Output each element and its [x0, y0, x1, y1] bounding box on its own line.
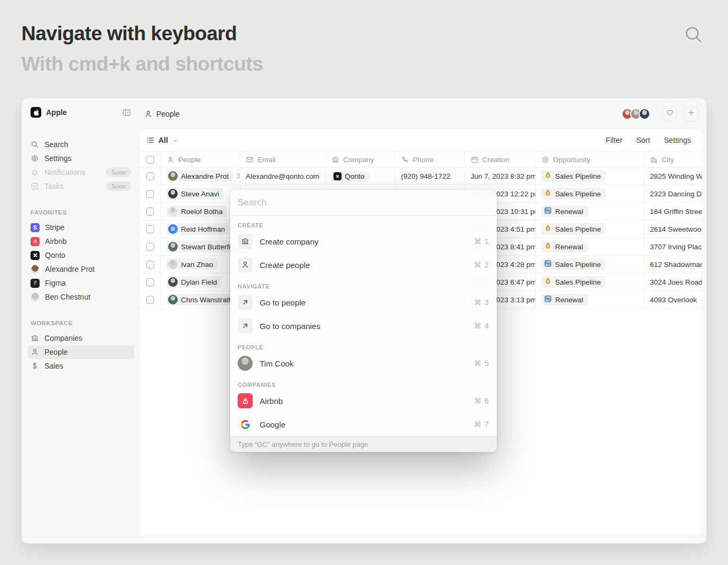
select-all-checkbox[interactable]: [146, 156, 154, 164]
sidebar-item-search[interactable]: Search: [27, 138, 134, 151]
sidebar-item-label: Settings: [44, 154, 131, 163]
cell-creation[interactable]: Jun 7, 2023 8:32 pm: [465, 167, 536, 185]
column-header-city[interactable]: City: [644, 152, 702, 167]
person-name: Ivan Zhao: [181, 261, 213, 269]
cell-opportunity[interactable]: Sales Pipeline: [536, 185, 644, 202]
sidebar-item-label: Sales: [44, 362, 131, 370]
cell-people[interactable]: Dylan Field: [161, 273, 240, 291]
person-pill: Ivan Zhao: [166, 258, 217, 270]
row-checkbox[interactable]: [146, 243, 154, 251]
cell-people[interactable]: Stewart Butterfield: [161, 238, 240, 255]
sidebar-item-people[interactable]: People: [27, 345, 134, 359]
company-pill: Qonto: [331, 171, 369, 181]
qonto-logo: [333, 172, 342, 180]
cell-opportunity[interactable]: Sales Pipeline: [536, 220, 644, 238]
cell-city[interactable]: 2614 Sweetwood: [644, 220, 702, 238]
row-checkbox[interactable]: [146, 208, 154, 216]
cell-people[interactable]: Ivan Zhao: [161, 256, 240, 273]
column-header-creation[interactable]: Creation: [465, 152, 536, 167]
favorite-item-ben-chestnut[interactable]: Ben Chestnut: [27, 290, 134, 304]
cell-people[interactable]: Alexandre Prot3: [161, 167, 240, 185]
cell-people[interactable]: Roelof Botha1: [161, 203, 240, 220]
cell-phone[interactable]: (920) 948-1722: [396, 167, 465, 185]
column-header-email[interactable]: Email: [240, 152, 326, 167]
palette-item-google[interactable]: Google⌘ 7: [230, 413, 497, 436]
palette-search-input[interactable]: [238, 197, 489, 208]
favorite-button[interactable]: [662, 106, 677, 121]
cell-people[interactable]: Chris Wanstrath: [161, 291, 240, 308]
cell-city[interactable]: 4093 Overlook: [644, 291, 702, 308]
cell-email[interactable]: Alexandre@qonto.com: [240, 167, 326, 185]
person-name: Roelof Botha: [181, 208, 223, 216]
column-header-company[interactable]: Company: [326, 152, 396, 167]
cell-city[interactable]: 3024 Joes Road: [644, 273, 702, 291]
topbar-actions: [621, 106, 699, 121]
sidebar-item-companies[interactable]: Companies: [27, 331, 134, 345]
row-checkbox[interactable]: [146, 190, 154, 198]
view-selector[interactable]: All: [146, 136, 179, 144]
palette-item-label: Tim Cook: [260, 359, 474, 368]
favorite-item-airbnb[interactable]: Airbnb: [27, 234, 134, 248]
palette-item-airbnb[interactable]: Airbnb⌘ 6: [230, 389, 497, 413]
company-icon: [331, 156, 339, 164]
airbnb-logo: [31, 237, 40, 246]
settings-button[interactable]: Settings: [664, 136, 691, 144]
cell-people[interactable]: RReid Hoffman: [161, 220, 240, 238]
palette-item-go-to-people[interactable]: Go to people⌘ 3: [230, 291, 497, 314]
column-header-phone[interactable]: Phone: [396, 152, 465, 167]
palette-item-create-people[interactable]: Create people⌘ 2: [230, 253, 497, 277]
person-pill: Roelof Botha: [166, 205, 227, 217]
add-button[interactable]: [684, 106, 699, 121]
company-icon: [31, 334, 39, 342]
avatar: [168, 207, 178, 216]
palette-item-label: Create company: [260, 237, 474, 246]
filter-button[interactable]: Filter: [606, 136, 623, 144]
cell-opportunity[interactable]: Sales Pipeline: [536, 167, 644, 185]
row-checkbox[interactable]: [146, 172, 154, 180]
workspace-switcher[interactable]: Apple: [22, 98, 140, 118]
favorite-item-stripe[interactable]: SStripe: [27, 220, 134, 234]
plus-icon: [687, 109, 695, 119]
palette-item-tim-cook[interactable]: Tim Cook⌘ 5: [230, 352, 497, 375]
cell-people[interactable]: Steve Anavi: [161, 185, 240, 202]
favorite-item-figma[interactable]: Figma: [27, 276, 134, 290]
sidebar-item-settings[interactable]: Settings: [27, 151, 134, 165]
sidebar-collapse-icon[interactable]: [122, 108, 131, 117]
row-checkbox[interactable]: [146, 278, 154, 286]
row-checkbox-cell: [140, 185, 161, 202]
phone-icon: [401, 156, 409, 164]
row-checkbox[interactable]: [146, 261, 154, 269]
cell-city[interactable]: 2825 Winding Way: [644, 167, 702, 185]
column-header-opportunity[interactable]: Opportunity: [536, 152, 644, 167]
row-checkbox[interactable]: [146, 225, 154, 233]
palette-search: [230, 190, 497, 216]
cell-company[interactable]: Qonto: [326, 167, 396, 185]
cell-city[interactable]: 184 Griffin Street: [644, 203, 702, 220]
cell-city[interactable]: 612 Shadowmar: [644, 256, 702, 273]
google-logo: [238, 417, 253, 432]
cell-opportunity[interactable]: Renewal: [536, 238, 644, 255]
cell-opportunity[interactable]: Renewal: [536, 203, 644, 220]
cell-opportunity[interactable]: Renewal: [536, 291, 644, 308]
opportunity-pill: Sales Pipeline: [541, 276, 606, 288]
opportunity-label: Sales Pipeline: [555, 225, 601, 233]
person-pill: Dylan Field: [166, 276, 222, 288]
row-checkbox[interactable]: [146, 296, 154, 304]
money-bag-icon: [544, 189, 552, 198]
person-icon: [31, 348, 39, 356]
palette-item-go-to-companies[interactable]: Go to companies⌘ 4: [230, 314, 497, 338]
cell-city[interactable]: 2323 Dancing Dove: [644, 185, 702, 202]
avatar: [238, 356, 253, 371]
column-header-people[interactable]: People: [161, 152, 240, 167]
cell-city[interactable]: 3707 Irving Place: [644, 238, 702, 255]
favorites-list: SStripeAirbnbQontoAlexandre ProtFigmaBen…: [22, 220, 140, 304]
sort-button[interactable]: Sort: [636, 136, 650, 144]
favorite-item-qonto[interactable]: Qonto: [27, 248, 134, 262]
opportunity-pill: Renewal: [541, 205, 588, 217]
sidebar-item-sales[interactable]: Sales: [27, 359, 134, 373]
cell-opportunity[interactable]: Sales Pipeline: [536, 256, 644, 273]
favorite-item-alexandre-prot[interactable]: Alexandre Prot: [27, 262, 134, 276]
cell-opportunity[interactable]: Sales Pipeline: [536, 273, 644, 291]
search-icon[interactable]: [684, 25, 703, 44]
palette-item-create-company[interactable]: Create company⌘ 1: [230, 230, 497, 253]
